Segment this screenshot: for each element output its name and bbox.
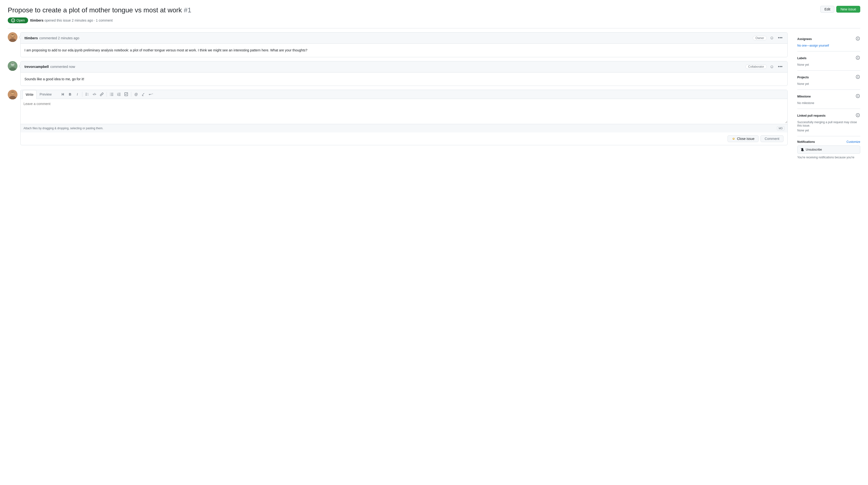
emoji-reaction-button[interactable]: ☺	[769, 64, 775, 70]
comment-wrapper: ttimbers commented 2 minutes ago Owner ☺…	[8, 32, 787, 57]
comment-body: Sounds like a good idea to me, go for it…	[21, 73, 787, 86]
comment-arrow	[19, 64, 21, 68]
quote-button[interactable]	[84, 91, 91, 97]
projects-title: Projects	[797, 76, 809, 79]
new-issue-button[interactable]: New issue	[836, 6, 860, 12]
notifications-hint: You're receiving notifications because y…	[797, 156, 860, 159]
linked-pr-section: Linked pull requests Successfully mergin…	[797, 109, 860, 136]
milestone-value: No milestone	[797, 102, 860, 105]
status-badge: ⊙ Open	[8, 18, 28, 23]
issue-time: 2 minutes ago	[72, 19, 93, 22]
edit-button[interactable]: Edit	[820, 6, 834, 12]
comment-header-right: Collaborator ☺ •••	[745, 64, 783, 70]
cross-reference-button[interactable]	[140, 91, 147, 97]
projects-section: Projects None yet	[797, 70, 860, 90]
reply-footer: Attach files by dragging & dropping, sel…	[21, 124, 787, 133]
more-options-button[interactable]: •••	[777, 64, 783, 70]
projects-value: None yet	[797, 82, 860, 86]
toolbar-divider	[106, 92, 107, 97]
comment-textarea[interactable]	[21, 99, 787, 123]
linked-pr-header: Linked pull requests	[797, 113, 860, 119]
notifications-header: Notifications Customize	[797, 140, 860, 144]
issue-meta: ⊙ Open ttimbers opened this issue 2 minu…	[8, 18, 860, 23]
commenter-name: trevorcampbell	[25, 65, 49, 68]
toolbar: H B I	[56, 90, 787, 99]
italic-button[interactable]: I	[74, 91, 81, 97]
labels-header: Labels	[797, 55, 860, 61]
unsubscribe-label: Unsubscribe	[806, 148, 822, 151]
comments-section: ttimbers commented 2 minutes ago Owner ☺…	[8, 32, 787, 145]
milestone-header: Milestone	[797, 94, 860, 99]
main-layout: ttimbers commented 2 minutes ago Owner ☺…	[8, 32, 860, 159]
link-button[interactable]	[98, 91, 105, 97]
comment-button[interactable]: Comment	[761, 135, 783, 142]
write-tab[interactable]: Write	[23, 90, 37, 99]
linked-pr-description: Successfully merging a pull request may …	[797, 120, 860, 127]
role-badge: Owner	[753, 36, 767, 40]
comment-box: trevorcampbell commented now Collaborato…	[20, 61, 787, 86]
issue-action: opened this issue	[44, 19, 71, 22]
close-issue-button[interactable]: Close issue	[727, 135, 758, 142]
issue-number: #1	[184, 6, 191, 14]
reply-actions: Close issue Comment	[21, 133, 787, 145]
issue-author: ttimbers	[30, 19, 43, 22]
avatar	[8, 90, 18, 99]
labels-section: Labels None yet	[797, 51, 860, 70]
bold-button[interactable]: B	[67, 91, 73, 97]
comment-header-right: Owner ☺ •••	[753, 35, 783, 41]
comment-arrow	[19, 35, 21, 39]
milestone-gear-button[interactable]	[856, 94, 860, 99]
comment-time: commented now	[50, 65, 75, 68]
issue-header: Propose to create a plot of mother tongu…	[8, 6, 860, 15]
milestone-section: Milestone No milestone	[797, 90, 860, 109]
preview-tab[interactable]: Preview	[37, 90, 55, 99]
linked-pr-gear-button[interactable]	[856, 113, 860, 119]
svg-point-3	[11, 34, 14, 37]
bell-slash-icon	[800, 148, 804, 151]
numbered-list-button[interactable]	[116, 91, 122, 97]
heading-button[interactable]: H	[59, 91, 66, 97]
comment-count: 1 comment	[96, 19, 113, 22]
issue-title-text: Propose to create a plot of mother tongu…	[8, 6, 182, 14]
comment-header: ttimbers commented 2 minutes ago Owner ☺…	[21, 32, 787, 44]
labels-gear-button[interactable]	[856, 55, 860, 61]
open-icon: ⊙	[11, 19, 15, 22]
svg-point-11	[11, 91, 14, 94]
comment-wrapper: trevorcampbell commented now Collaborato…	[8, 61, 787, 86]
comment-header-left: ttimbers commented 2 minutes ago	[25, 36, 79, 40]
linked-pr-value: None yet	[797, 129, 860, 132]
projects-header: Projects	[797, 75, 860, 80]
customize-link[interactable]: Customize	[846, 140, 860, 144]
toolbar-divider	[131, 92, 131, 97]
linked-pr-title: Linked pull requests	[797, 114, 826, 117]
role-badge: Collaborator	[745, 64, 767, 69]
bullet-list-button[interactable]	[108, 91, 115, 97]
header-buttons: Edit New issue	[820, 6, 860, 12]
reply-wrapper: Write Preview H B I	[8, 90, 787, 145]
undo-button[interactable]: ↩	[147, 91, 155, 97]
comment-time: commented 2 minutes ago	[39, 36, 79, 40]
comment-header: trevorcampbell commented now Collaborato…	[21, 61, 787, 73]
mention-button[interactable]: @	[133, 91, 140, 97]
close-issue-icon	[732, 137, 736, 141]
attach-text: Attach files by dragging & dropping, sel…	[24, 126, 103, 130]
avatar	[8, 61, 18, 71]
task-list-button[interactable]	[123, 91, 130, 97]
projects-gear-button[interactable]	[856, 75, 860, 80]
status-label: Open	[17, 19, 25, 22]
markdown-icon: MD	[777, 126, 784, 131]
reply-box: Write Preview H B I	[20, 90, 787, 145]
meta-text: ttimbers opened this issue 2 minutes ago…	[30, 19, 113, 22]
assign-yourself-link[interactable]: No one—assign yourself	[797, 44, 829, 47]
code-button[interactable]	[91, 91, 98, 97]
avatar	[8, 32, 18, 42]
notifications-title: Notifications	[797, 140, 815, 144]
header-divider	[8, 28, 860, 28]
more-options-button[interactable]: •••	[777, 35, 783, 41]
comment-box: ttimbers commented 2 minutes ago Owner ☺…	[20, 32, 787, 57]
unsubscribe-button[interactable]: Unsubscribe	[797, 145, 860, 154]
comment-body: I am proposing to add to our eda.ipynb p…	[21, 44, 787, 57]
assignees-gear-button[interactable]	[856, 36, 860, 42]
emoji-reaction-button[interactable]: ☺	[769, 35, 775, 41]
assignees-header: Assignees	[797, 36, 860, 42]
